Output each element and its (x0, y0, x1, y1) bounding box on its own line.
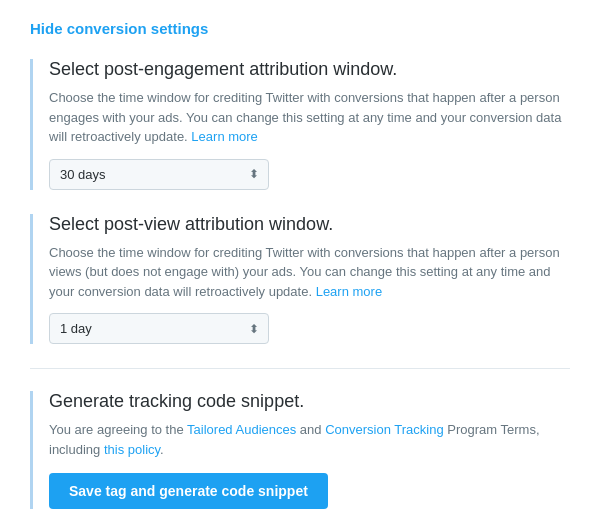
generate-desc-prefix: You are agreeing to the (49, 422, 184, 437)
this-policy-link[interactable]: this policy (104, 442, 160, 457)
section-divider (30, 368, 570, 369)
post-engagement-section: Select post-engagement attribution windo… (30, 59, 570, 190)
post-view-desc-text: Choose the time window for crediting Twi… (49, 245, 560, 299)
post-view-section: Select post-view attribution window. Cho… (30, 214, 570, 345)
generate-title: Generate tracking code snippet. (49, 391, 570, 412)
page-container: Hide conversion settings Select post-eng… (0, 0, 600, 527)
post-engagement-title: Select post-engagement attribution windo… (49, 59, 570, 80)
post-view-learn-more[interactable]: Learn more (316, 284, 382, 299)
post-engagement-learn-more[interactable]: Learn more (191, 129, 257, 144)
tailored-audiences-link[interactable]: Tailored Audiences (187, 422, 296, 437)
generate-desc: You are agreeing to the Tailored Audienc… (49, 420, 570, 459)
post-engagement-select-wrapper: 30 days 14 days 7 days 1 day ⬍ (49, 159, 269, 190)
post-view-select[interactable]: 1 day 3 days 7 days 14 days 30 days (49, 313, 269, 344)
post-view-desc: Choose the time window for crediting Twi… (49, 243, 570, 302)
post-engagement-select[interactable]: 30 days 14 days 7 days 1 day (49, 159, 269, 190)
generate-section: Generate tracking code snippet. You are … (30, 391, 570, 509)
post-view-select-wrapper: 1 day 3 days 7 days 14 days 30 days ⬍ (49, 313, 269, 344)
generate-suffix: . (160, 442, 164, 457)
generate-and: and (300, 422, 325, 437)
hide-conversion-link[interactable]: Hide conversion settings (30, 20, 208, 37)
post-engagement-desc: Choose the time window for crediting Twi… (49, 88, 570, 147)
save-tag-button[interactable]: Save tag and generate code snippet (49, 473, 328, 509)
post-view-title: Select post-view attribution window. (49, 214, 570, 235)
conversion-tracking-link[interactable]: Conversion Tracking (325, 422, 444, 437)
post-engagement-desc-text: Choose the time window for crediting Twi… (49, 90, 561, 144)
